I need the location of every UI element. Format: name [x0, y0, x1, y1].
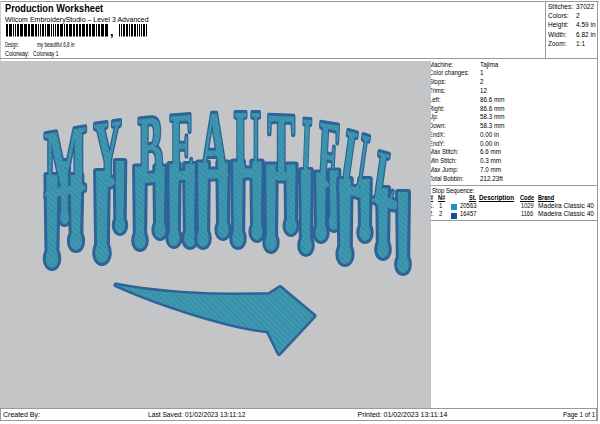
svg-text:,: , — [110, 24, 114, 39]
